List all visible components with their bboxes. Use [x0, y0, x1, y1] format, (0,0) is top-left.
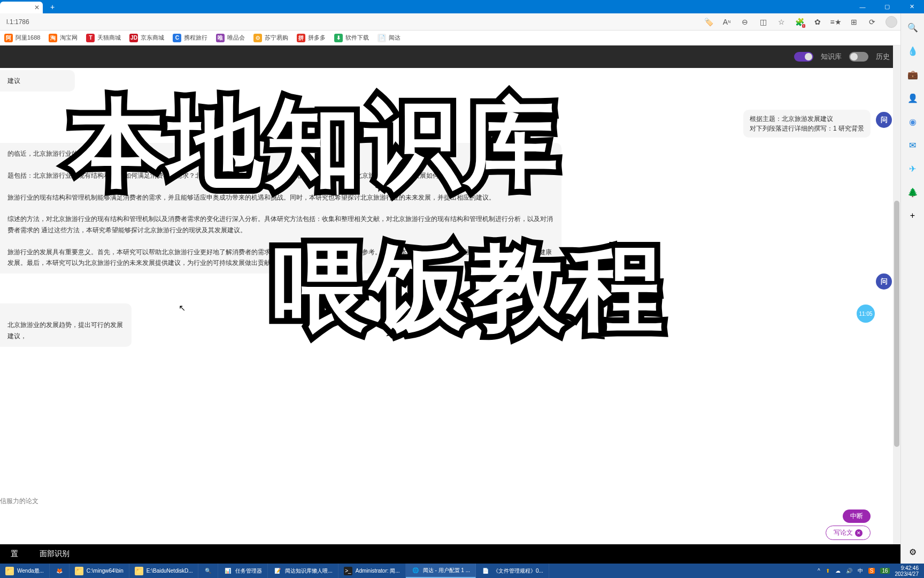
task-search[interactable]: 🔍	[198, 564, 218, 578]
tray-volume-icon[interactable]: 🔊	[846, 568, 852, 574]
person-icon[interactable]: 👤	[906, 92, 919, 104]
chat-message: 建议	[0, 70, 75, 92]
bookmark-alibaba[interactable]: 阿阿里1688	[4, 34, 40, 42]
task-wenda[interactable]: 📁Wenda最...	[0, 564, 50, 578]
bookmark-ctrip[interactable]: C携程旅行	[173, 34, 207, 42]
address-bar: l.1:1786 🏷️ AN ⊖ ◫ ☆ 🧩! ✿ ≡★ ⊞ ⟳ ⋯	[0, 13, 924, 31]
bookmark-download[interactable]: ⬇软件下载	[334, 34, 369, 42]
footer-settings[interactable]: 置	[11, 549, 18, 559]
screenshot-icon[interactable]: ⟳	[867, 17, 877, 27]
close-chip-icon[interactable]: ✕	[855, 529, 863, 537]
user-avatar: 问	[876, 112, 892, 128]
scrollbar[interactable]	[893, 45, 900, 544]
bookmark-wenda[interactable]: 📄闻达	[378, 34, 401, 42]
history-label: 历史	[876, 52, 890, 62]
task-mingw[interactable]: 📁C:\mingw64\bin	[70, 564, 129, 578]
task-edge[interactable]: 🌐闻达 - 用户配置 1 ...	[406, 564, 476, 578]
task-notepad[interactable]: 📝闻达知识库懒人喂...	[268, 564, 338, 578]
extensions-icon[interactable]: ✿	[813, 17, 822, 27]
gear-icon[interactable]: ⚙	[906, 545, 919, 558]
bookmarks-bar: 阿阿里1688 淘淘宝网 T天猫商城 JD京东商城 C携程旅行 唯唯品会 ⊙苏宁…	[0, 31, 924, 45]
outlook-icon[interactable]: ✉	[906, 139, 919, 151]
bookmark-taobao[interactable]: 淘淘宝网	[49, 34, 78, 42]
new-tab-button[interactable]: +	[47, 3, 58, 11]
write-essay-button[interactable]: 写论文 ✕	[826, 526, 871, 540]
close-button[interactable]: ✕	[899, 0, 924, 13]
extension-icon[interactable]: 🧩!	[795, 17, 804, 27]
briefcase-icon[interactable]: 💼	[906, 68, 919, 81]
user-avatar: 问	[876, 273, 892, 290]
collections-icon[interactable]: ⊞	[849, 17, 859, 27]
browser-tab[interactable]: ✕	[0, 2, 43, 13]
shopping-icon[interactable]: 🏷️	[704, 17, 713, 27]
footer-face[interactable]: 面部识别	[40, 549, 70, 559]
tray-battery-icon[interactable]: 16	[880, 568, 889, 574]
zoom-out-icon[interactable]: ⊖	[740, 17, 750, 27]
window-titlebar: ✕ + — ▢ ✕	[0, 0, 924, 13]
scrollbar-thumb[interactable]	[894, 201, 899, 447]
search-icon[interactable]: 🔍	[906, 21, 919, 34]
bookmark-tmall[interactable]: T天猫商城	[86, 34, 121, 42]
edge-sidebar: 🔍 💧 💼 👤 ◉ ✉ ✈ 🌲 + ⚙	[900, 13, 924, 564]
tray-chevron-icon[interactable]: ^	[818, 568, 820, 574]
close-icon[interactable]: ✕	[34, 4, 40, 11]
telegram-icon[interactable]: ✈	[906, 162, 919, 175]
tree-icon[interactable]: 🌲	[906, 186, 919, 199]
knowledge-toggle[interactable]	[794, 52, 813, 62]
circle-icon[interactable]: ◉	[906, 115, 919, 128]
bookmark-vip[interactable]: 唯唯品会	[216, 34, 245, 42]
ai-message: 北京旅游业的发展趋势，提出可行的发展建议，	[0, 303, 132, 347]
task-baidu[interactable]: 📁E:\BaiduNetdiskD...	[129, 564, 199, 578]
tray-sogou-icon[interactable]: S	[868, 568, 875, 574]
task-taskmgr[interactable]: 📊任务管理器	[218, 564, 268, 578]
bookmark-pdd[interactable]: 拼拼多多	[297, 34, 326, 42]
user-message: 根据主题：北京旅游发展建议 对下列段落进行详细的撰写：1 研究背景	[743, 110, 871, 138]
task-admin[interactable]: >_Administrator: 闻...	[338, 564, 406, 578]
taskbar: 📁Wenda最... 🦊 📁C:\mingw64\bin 📁E:\BaiduNe…	[0, 564, 924, 578]
tray-cloud-icon[interactable]: ☁	[835, 568, 841, 574]
tray-update-icon[interactable]: ⬆	[826, 568, 830, 574]
chat-area: 建议 根据主题：北京旅游发展建议 对下列段落进行详细的撰写：1 研究背景 问 的…	[0, 68, 900, 544]
minimize-button[interactable]: —	[850, 0, 875, 13]
interrupt-button[interactable]: 中断	[843, 509, 871, 523]
maximize-button[interactable]: ▢	[875, 0, 899, 13]
drop-icon[interactable]: 💧	[906, 44, 919, 57]
task-firefox[interactable]: 🦊	[50, 564, 70, 578]
chat-input[interactable]	[0, 493, 871, 509]
tray-clock[interactable]: 9:42:46 2023/4/27	[895, 565, 919, 577]
bookmark-jd[interactable]: JD京东商城	[129, 34, 164, 42]
knowledge-label: 知识库	[821, 52, 842, 62]
add-icon[interactable]: +	[906, 209, 919, 222]
history-toggle[interactable]	[849, 52, 868, 62]
profile-avatar[interactable]	[886, 16, 897, 28]
bookmark-suning[interactable]: ⊙苏宁易购	[253, 34, 288, 42]
video-timestamp: 11:05	[857, 305, 875, 323]
app-container: 知识库 历史 建议 根据主题：北京旅游发展建议 对下列段落进行详细的撰写：1 研…	[0, 45, 900, 564]
favorites-icon[interactable]: ≡★	[831, 17, 841, 27]
split-icon[interactable]: ◫	[758, 17, 768, 27]
app-footer: 置 面部识别	[0, 544, 900, 564]
url-field[interactable]: l.1:1786	[4, 18, 704, 26]
app-header: 知识库 历史	[0, 45, 900, 68]
input-area	[0, 493, 871, 512]
task-doc[interactable]: 📄《文件管理规程》0...	[476, 564, 549, 578]
read-aloud-icon[interactable]: AN	[722, 17, 732, 27]
tray-ime[interactable]: 中	[858, 567, 863, 575]
system-tray: ^ ⬆ ☁ 🔊 中 S 16 9:42:46 2023/4/27	[812, 565, 924, 577]
ai-message: 的临近，北京旅游行业的 的发展 战。因 发展建议。 题包括：北京旅游行业的现有结…	[0, 143, 561, 273]
favorite-icon[interactable]: ☆	[776, 17, 786, 27]
